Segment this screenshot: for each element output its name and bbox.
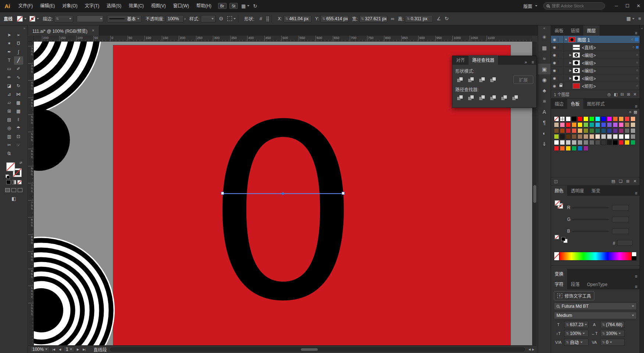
line-end-handle[interactable] — [342, 192, 345, 195]
swatch[interactable] — [607, 122, 612, 127]
swatch[interactable] — [619, 122, 624, 127]
stepper-icon[interactable]: ⇅ — [602, 323, 605, 326]
scale-tool[interactable]: ⊿ — [5, 90, 14, 99]
swatch[interactable] — [583, 146, 588, 151]
swatch[interactable] — [607, 116, 612, 121]
shaper-tool[interactable]: ∿ — [14, 73, 23, 82]
layer-row[interactable]: ◉ ▶ <编组> ○ — [551, 59, 640, 67]
stroke-panel-icon[interactable]: ≡ — [538, 96, 551, 106]
grid-view-icon[interactable]: ▦ — [634, 110, 637, 114]
stepper-icon[interactable]: ⇅ — [566, 340, 569, 344]
shape-builder-tool[interactable]: ▩ — [14, 99, 23, 107]
panel-menu-icon[interactable]: ≡ — [633, 274, 640, 279]
target-icon[interactable]: ○ — [631, 38, 633, 41]
layer-name[interactable]: 图层 1 — [577, 36, 590, 43]
collapse-panels-icon[interactable]: « — [641, 27, 643, 30]
none-color-chip[interactable] — [555, 235, 559, 239]
swatch[interactable] — [613, 134, 618, 139]
pathfinder-panel-icon[interactable]: ▣ — [538, 64, 551, 74]
layer-row[interactable]: ◉ ▼ 图层 1 ○ — [551, 36, 640, 43]
green-value-field[interactable] — [612, 217, 629, 222]
swatch[interactable] — [589, 134, 594, 139]
tab-color[interactable]: 颜色 — [551, 186, 567, 196]
font-size-field[interactable]: ⇅637.23 — [564, 321, 588, 328]
swatch[interactable] — [625, 140, 630, 145]
link-dimensions-icon[interactable]: ∞ — [391, 16, 394, 21]
tab-transform[interactable]: 变换 — [551, 269, 567, 279]
minimize-button[interactable]: ─ — [611, 0, 622, 12]
swatch[interactable] — [589, 122, 594, 127]
close-document-icon[interactable]: × — [92, 28, 95, 33]
expand-button[interactable]: 扩展 — [513, 75, 533, 84]
expand-arrow-icon[interactable]: ▶ — [568, 61, 573, 64]
spectrum-gradient[interactable] — [559, 252, 631, 260]
swatch[interactable] — [577, 140, 583, 145]
lock-toggle[interactable] — [558, 59, 564, 66]
align-anchor-grid-icon[interactable]: ⣿ — [266, 16, 270, 21]
swatch[interactable] — [601, 116, 606, 121]
blend-tool[interactable]: ◎ — [5, 124, 14, 133]
color-spectrum[interactable] — [554, 252, 637, 261]
ruler-corner[interactable] — [28, 36, 34, 42]
fill-color-control[interactable] — [6, 162, 15, 171]
tab-pathfinder[interactable]: 路径查找器 — [469, 55, 498, 65]
swatch[interactable] — [566, 128, 571, 133]
height-field[interactable]: ⇅0.311 px — [405, 15, 433, 22]
swatch[interactable] — [613, 128, 618, 133]
free-transform-tool[interactable]: ▱ — [5, 99, 14, 107]
lock-toggle[interactable] — [558, 74, 564, 82]
search-input[interactable] — [552, 4, 596, 8]
brush-definition-select[interactable]: 基本 — [107, 15, 142, 22]
selection-color-chip[interactable] — [635, 38, 638, 41]
font-style-field[interactable]: Medium — [554, 312, 637, 319]
swatch[interactable] — [601, 128, 606, 133]
workspace-switcher[interactable]: 版面 — [523, 3, 532, 9]
layer-row[interactable]: ◉ ▶ <编组> ○ — [551, 74, 640, 82]
opacity-field[interactable]: 100% — [166, 15, 184, 22]
horizontal-scrollbar[interactable] — [110, 347, 525, 352]
crop-button[interactable] — [488, 94, 498, 102]
menu-item[interactable]: 文字(T) — [81, 0, 103, 12]
swatch-kinds-icon[interactable]: ▤ — [611, 179, 615, 184]
red-slider[interactable] — [572, 207, 609, 208]
tab-align[interactable]: 对齐 — [452, 55, 469, 65]
symbol-sprayer-tool[interactable]: ☂ — [14, 124, 23, 133]
stock-button[interactable]: St — [230, 3, 238, 9]
rectangle-tool[interactable]: ▭ — [5, 65, 14, 73]
swatch[interactable] — [577, 122, 583, 127]
swatch[interactable] — [607, 134, 612, 139]
width-profile-select[interactable] — [77, 15, 103, 22]
touch-type-tool-button[interactable]: T 修饰文字工具 — [554, 291, 594, 300]
menu-item[interactable]: 视图(V) — [147, 0, 170, 12]
target-icon[interactable]: ○ — [636, 76, 638, 80]
list-view-icon[interactable]: ≡ — [629, 110, 631, 114]
recolor-artwork-icon[interactable]: Θ — [219, 16, 223, 21]
expand-arrow-icon[interactable]: ▼ — [564, 38, 568, 41]
appearance-panel-icon[interactable]: ◉ — [538, 74, 551, 85]
kerning-field[interactable]: ⇅自动 — [564, 339, 588, 346]
horizontal-ruler[interactable]: 2001501005005010015020025030035040045050… — [34, 36, 532, 42]
tab-graphic-styles[interactable]: 图形样式 — [583, 99, 608, 109]
layer-thumbnail[interactable] — [573, 68, 580, 73]
default-fill-stroke-icon[interactable] — [6, 174, 9, 178]
target-icon[interactable]: ○ — [636, 84, 638, 88]
tab-swatches[interactable]: 色板 — [567, 99, 583, 109]
swatch[interactable] — [583, 134, 588, 139]
lock-toggle[interactable] — [558, 43, 564, 51]
swatch[interactable] — [583, 140, 588, 145]
stroke-color-swatch[interactable] — [29, 16, 35, 22]
swatch[interactable] — [619, 128, 624, 133]
perspective-grid-tool[interactable]: ⊞ — [5, 107, 14, 116]
swatch[interactable] — [577, 116, 583, 121]
swatch[interactable] — [554, 140, 559, 145]
swatch[interactable] — [630, 134, 636, 139]
layer-row[interactable]: ◉ ▶ <编组> ○ — [551, 67, 640, 74]
swatch[interactable] — [566, 134, 571, 139]
target-icon[interactable]: ○ — [636, 68, 638, 72]
swatch[interactable] — [566, 122, 571, 127]
tab-layers[interactable]: 图层 — [583, 25, 599, 36]
last-artboard-button[interactable]: ▶| — [82, 348, 87, 351]
swatch[interactable] — [572, 116, 577, 121]
merge-button[interactable] — [477, 94, 487, 102]
lock-toggle[interactable] — [558, 82, 564, 89]
